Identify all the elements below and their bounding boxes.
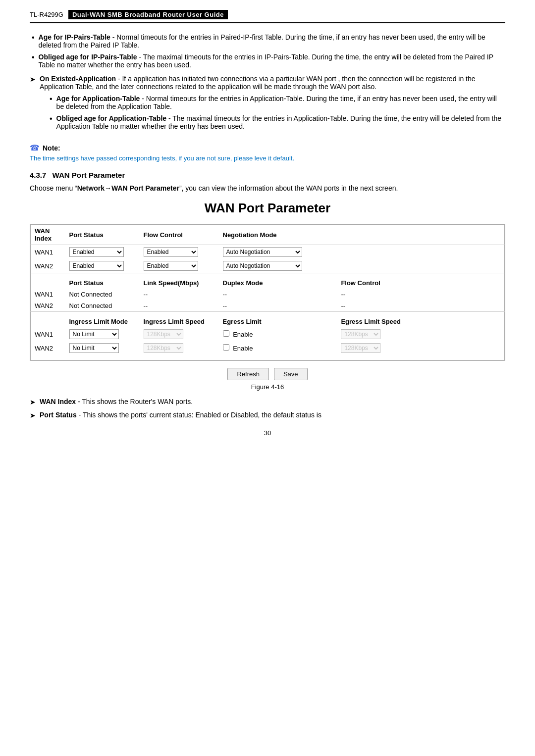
enable-text: Enable bbox=[233, 345, 253, 352]
table-row: WAN1 Not Connected -- -- -- bbox=[31, 289, 505, 300]
flow-control-info: -- bbox=[337, 289, 504, 300]
egress-enable-cell: Enable bbox=[219, 341, 337, 355]
egress-enable-wan2-label: Enable bbox=[223, 345, 253, 352]
port-status-wan2-select[interactable]: EnabledDisabled bbox=[69, 261, 124, 271]
note-label: Note: bbox=[43, 144, 60, 152]
wan-port-real-table: WAN Index Port Status Flow Control Negot… bbox=[30, 224, 505, 361]
col-negotiation-hdr: Negotiation Mode bbox=[219, 225, 505, 245]
note-icon: ☎ bbox=[30, 143, 40, 152]
arrow-icon: ➤ bbox=[30, 398, 36, 406]
arrow-label: On Existed-Application bbox=[40, 75, 116, 83]
sub-bullet-content: Age for Application-Table - Normal timeo… bbox=[56, 95, 505, 110]
section-number: 4.3.7 bbox=[30, 171, 46, 179]
bottom-bullet-label: Port Status bbox=[40, 411, 77, 419]
arrow-icon: ➤ bbox=[30, 411, 36, 419]
ingress-mode-col-hdr: Ingress Limit Mode bbox=[65, 312, 140, 328]
egress-speed-cell: 128Kbps bbox=[337, 327, 504, 341]
section-intro: Choose menu “Network→WAN Port Parameter”… bbox=[30, 183, 505, 194]
egress-enable-wan2-checkbox[interactable] bbox=[223, 344, 229, 351]
document-title: Dual-WAN SMB Broadband Router User Guide bbox=[68, 10, 228, 19]
enable-text: Enable bbox=[233, 331, 253, 338]
egress-speed-col-hdr: Egress Limit Speed bbox=[337, 312, 504, 328]
egress-speed-wan1[interactable]: 128Kbps bbox=[341, 329, 380, 339]
empty-cell bbox=[31, 273, 65, 289]
ingress-mode-cell: No LimitLimit bbox=[65, 327, 140, 341]
duplex-mode-info: -- bbox=[219, 300, 337, 312]
ingress-speed-cell: 128Kbps bbox=[140, 341, 219, 355]
sub-list-item: Age for Application-Table - Normal timeo… bbox=[50, 95, 505, 110]
col-wan-index: WAN Index bbox=[31, 225, 65, 245]
duplex-mode-col-hdr: Duplex Mode bbox=[219, 273, 337, 289]
note-section: ☎ Note: The time settings have passed co… bbox=[30, 143, 505, 162]
section-title: WAN Port Parameter bbox=[53, 171, 125, 179]
page-header: TL-R4299G Dual-WAN SMB Broadband Router … bbox=[30, 10, 505, 23]
egress-limit-col-hdr: Egress Limit bbox=[219, 312, 337, 328]
list-item: Obliged age for IP-Pairs-Table - The max… bbox=[30, 53, 505, 69]
table-row: WAN2 Not Connected -- -- -- bbox=[31, 300, 505, 312]
bottom-bullet-text: - This shows the ports' current status: … bbox=[79, 411, 321, 419]
refresh-button[interactable]: Refresh bbox=[227, 368, 269, 380]
link-speed-info: -- bbox=[140, 300, 219, 312]
ingress-mode-wan2[interactable]: No LimitLimit bbox=[69, 343, 119, 353]
port-status-select-cell: EnabledDisabled bbox=[65, 245, 140, 259]
wan-index: WAN1 bbox=[31, 289, 65, 300]
ingress-mode-wan1[interactable]: No LimitLimit bbox=[69, 329, 119, 339]
table-row: WAN2 No LimitLimit 128Kbps Enable bbox=[31, 341, 505, 355]
egress-enable-wan1-checkbox[interactable] bbox=[223, 330, 229, 337]
flow-control-info: -- bbox=[337, 300, 504, 312]
ingress-speed-wan1[interactable]: 128Kbps bbox=[144, 329, 183, 339]
note-header: ☎ Note: bbox=[30, 143, 505, 152]
note-text: The time settings have passed correspond… bbox=[30, 154, 505, 162]
wan-index: WAN2 bbox=[31, 341, 65, 355]
limit-header-row: Ingress Limit Mode Ingress Limit Speed E… bbox=[31, 312, 505, 328]
action-buttons: Refresh Save bbox=[30, 368, 505, 380]
col-port-status-hdr: Port Status bbox=[65, 225, 140, 245]
arrow-list: ➤ On Existed-Application - If a applicat… bbox=[30, 75, 505, 134]
intro-part1: Choose menu “ bbox=[30, 184, 77, 192]
bottom-bullet-list: ➤ WAN Index - This shows the Router's WA… bbox=[30, 398, 505, 419]
wan-index: WAN1 bbox=[31, 327, 65, 341]
bullet-content: Age for IP-Pairs-Table - Normal timeouts… bbox=[39, 33, 505, 49]
status-header-row: Port Status Link Speed(Mbps) Duplex Mode… bbox=[31, 273, 505, 289]
empty-cell bbox=[31, 312, 65, 328]
wan-index: WAN1 bbox=[31, 245, 65, 259]
sub-bullet-content: Obliged age for Application-Table - The … bbox=[56, 114, 505, 130]
sub-bullet-label: Obliged age for Application-Table bbox=[56, 114, 166, 122]
arrow-item: ➤ WAN Index - This shows the Router's WA… bbox=[30, 398, 505, 406]
ingress-speed-wan2[interactable]: 128Kbps bbox=[144, 343, 183, 353]
ingress-speed-col-hdr: Ingress Limit Speed bbox=[140, 312, 219, 328]
link-speed-info: -- bbox=[140, 289, 219, 300]
sub-list-item: Obliged age for Application-Table - The … bbox=[50, 114, 505, 130]
flow-control-wan2-select[interactable]: EnabledDisabled bbox=[144, 261, 198, 271]
list-item: Age for IP-Pairs-Table - Normal timeouts… bbox=[30, 33, 505, 49]
egress-enable-wan1-label: Enable bbox=[223, 331, 253, 338]
sub-bullet-label: Age for Application-Table bbox=[56, 95, 140, 102]
duplex-mode-info: -- bbox=[219, 289, 337, 300]
ingress-mode-cell: No LimitLimit bbox=[65, 341, 140, 355]
negotiation-wan2-select[interactable]: Auto Negotiation bbox=[223, 261, 302, 271]
table-row: WAN2 EnabledDisabled EnabledDisabled Aut… bbox=[31, 259, 505, 273]
flow-control-col-hdr: Flow Control bbox=[337, 273, 504, 289]
flow-control-wan1-select[interactable]: EnabledDisabled bbox=[144, 247, 198, 257]
intro-part2: ”, you can view the information about th… bbox=[179, 184, 398, 192]
save-button[interactable]: Save bbox=[274, 368, 308, 380]
egress-speed-cell: 128Kbps bbox=[337, 341, 504, 355]
bullet-content: Obliged age for IP-Pairs-Table - The max… bbox=[39, 53, 505, 69]
flow-control-select-cell: EnabledDisabled bbox=[140, 245, 219, 259]
port-status-wan1-select[interactable]: EnabledDisabled bbox=[69, 247, 124, 257]
port-status-select-cell: EnabledDisabled bbox=[65, 259, 140, 273]
top-bullet-list: Age for IP-Pairs-Table - Normal timeouts… bbox=[30, 33, 505, 69]
bottom-bullet-text: - This shows the Router's WAN ports. bbox=[78, 398, 193, 405]
egress-enable-cell: Enable bbox=[219, 327, 337, 341]
arrow-item: ➤ On Existed-Application - If a applicat… bbox=[30, 75, 505, 134]
port-status-info: Not Connected bbox=[65, 289, 140, 300]
table-header-row: WAN Index Port Status Flow Control Negot… bbox=[31, 225, 505, 245]
model-number: TL-R4299G bbox=[30, 11, 63, 18]
ingress-speed-cell: 128Kbps bbox=[140, 327, 219, 341]
egress-speed-wan2[interactable]: 128Kbps bbox=[341, 343, 380, 353]
bullet-label: Age for IP-Pairs-Table bbox=[39, 33, 110, 41]
section-heading: 4.3.7 WAN Port Parameter bbox=[30, 171, 505, 179]
table-row: WAN1 No LimitLimit 128Kbps Enable bbox=[31, 327, 505, 341]
negotiation-wan1-select[interactable]: Auto Negotiation bbox=[223, 247, 302, 257]
col-flow-control-hdr: Flow Control bbox=[140, 225, 219, 245]
